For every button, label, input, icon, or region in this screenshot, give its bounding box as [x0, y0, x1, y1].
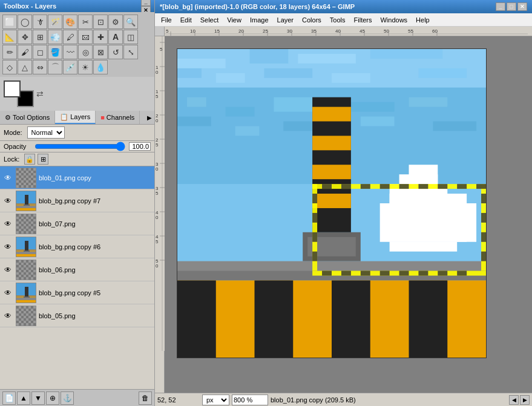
move-tool[interactable]: ✥	[18, 30, 32, 44]
color-picker-tool[interactable]: 💉	[63, 60, 77, 74]
layer-visibility-blob05[interactable]: 👁	[2, 310, 13, 321]
paintbrush-tool[interactable]: 🖌	[18, 45, 32, 59]
scissors-tool[interactable]: ✂	[78, 15, 93, 29]
menu-layer[interactable]: Layer	[274, 14, 298, 26]
layer-item-blobbg-copy5[interactable]: 👁 blob_bg.png copy #5	[0, 281, 154, 304]
svg-rect-85	[418, 68, 467, 78]
raise-layer-button[interactable]: ▲	[17, 391, 30, 405]
tab-channels[interactable]: ■ Channels	[96, 111, 140, 124]
svg-rect-102	[332, 281, 370, 358]
tab-tool-options[interactable]: ⚙ Tool Options	[0, 111, 55, 124]
layer-item-blob06[interactable]: 👁 blob_06.png	[0, 258, 154, 281]
menu-image[interactable]: Image	[246, 14, 272, 26]
svg-text:5: 5	[156, 239, 159, 244]
menu-file[interactable]: File	[157, 14, 176, 26]
svg-rect-127	[438, 184, 447, 189]
unit-selector[interactable]: px in mm	[202, 395, 229, 405]
svg-rect-124	[380, 184, 390, 189]
foreground-color-swatch[interactable]	[4, 80, 21, 97]
anchor-layer-button[interactable]: ⚓	[61, 391, 74, 405]
svg-rect-4	[16, 208, 36, 211]
water-tool[interactable]: 💧	[93, 60, 108, 74]
layer-thumb-blob06	[16, 260, 36, 280]
text-tool[interactable]: A	[108, 30, 123, 44]
lower-layer-button[interactable]: ▼	[31, 391, 45, 405]
layer-item-blob05[interactable]: 👁 blob_05.png	[0, 304, 154, 327]
shear-tool[interactable]: ◇	[2, 60, 17, 74]
layer-item-blob01-copy[interactable]: 👁 blob_01.png copy	[0, 166, 154, 189]
scale-tool[interactable]: ⤡	[123, 45, 138, 59]
opacity-value-input[interactable]	[129, 142, 151, 151]
heal-tool[interactable]: ✚	[93, 30, 108, 44]
zoom-input[interactable]	[232, 395, 268, 405]
layers-panel-icon: 📋	[60, 113, 68, 121]
layer-visibility-blobbg5[interactable]: 👁	[2, 287, 13, 298]
lock-position-button[interactable]: ⊞	[38, 154, 48, 165]
gimp-maximize-button[interactable]: □	[507, 2, 516, 11]
scroll-right-button[interactable]: ▶	[520, 395, 530, 405]
menu-windows[interactable]: Windows	[376, 14, 411, 26]
panel-arrow-button[interactable]: ▶	[145, 113, 154, 122]
duplicate-layer-button[interactable]: ⊕	[46, 391, 59, 405]
toolbox-minimize-button[interactable]: _	[141, 0, 151, 6]
menu-edit[interactable]: Edit	[177, 14, 195, 26]
dodge-tool[interactable]: ☀	[78, 60, 93, 74]
layer-visibility-blob01-copy[interactable]: 👁	[2, 172, 13, 183]
pencil-tool[interactable]: ✏	[2, 45, 17, 59]
ink-tool[interactable]: 🖊	[63, 30, 77, 44]
layer-name-blobbg7: blob_bg.png copy #7	[39, 197, 152, 205]
menu-filters[interactable]: Filters	[350, 14, 376, 26]
smudge-tool[interactable]: 〰	[63, 45, 77, 59]
layer-visibility-blob06[interactable]: 👁	[2, 264, 13, 275]
clone-tool[interactable]: 🖂	[78, 30, 93, 44]
airbrush-tool[interactable]: 💨	[48, 30, 62, 44]
fuzzy-select-tool[interactable]: 🪄	[48, 15, 62, 29]
by-color-tool[interactable]: 🎨	[63, 15, 77, 29]
layer-item-blob07[interactable]: 👁 blob_07.png	[0, 212, 154, 235]
path-tool[interactable]: ⌒	[48, 60, 62, 74]
flip-tool[interactable]: ⇔	[33, 60, 47, 74]
layer-item-blobbg-copy6[interactable]: 👁 blob_bg.png copy #6	[0, 235, 154, 258]
gimp-minimize-button[interactable]: _	[496, 2, 505, 11]
zoom-tool[interactable]: 🔍	[123, 15, 138, 29]
layer-visibility-blob07[interactable]: 👁	[2, 218, 13, 229]
blend-tool[interactable]: ◫	[123, 30, 138, 44]
measure-tool[interactable]: 📐	[2, 30, 17, 44]
menu-colors[interactable]: Colors	[298, 14, 325, 26]
fg-select-tool[interactable]: ⊡	[93, 15, 108, 29]
free-select-tool[interactable]: 🗡	[33, 15, 47, 29]
canvas-scroll-area[interactable]	[165, 36, 532, 393]
svg-text:0: 0	[156, 215, 159, 220]
svg-rect-131	[341, 271, 351, 276]
svg-rect-14	[16, 300, 36, 303]
menu-help[interactable]: Help	[412, 14, 433, 26]
new-layer-button[interactable]: 📄	[2, 391, 16, 405]
tab-layers[interactable]: 📋 Layers	[55, 111, 96, 124]
svg-rect-135	[418, 271, 428, 276]
layer-visibility-blobbg7[interactable]: 👁	[2, 195, 13, 206]
delete-layer-button[interactable]: 🗑	[139, 391, 152, 405]
bucket-fill-tool[interactable]: 🪣	[48, 45, 62, 59]
layer-item-blobbg-copy7[interactable]: 👁 blob_bg.png copy #7	[0, 189, 154, 212]
convolve-tool[interactable]: ◎	[78, 45, 93, 59]
menu-view[interactable]: View	[223, 14, 245, 26]
rect-select-tool[interactable]: ⬜	[2, 15, 17, 29]
perspective-tool[interactable]: △	[18, 60, 32, 74]
iscissors-tool[interactable]: ⚙	[108, 15, 123, 29]
layer-visibility-blobbg6[interactable]: 👁	[2, 241, 13, 252]
align-tool[interactable]: ⊞	[33, 30, 47, 44]
gimp-close-button[interactable]: ✕	[517, 2, 527, 11]
mode-select[interactable]: Normal	[27, 126, 65, 139]
eraser-tool[interactable]: ◻	[33, 45, 47, 59]
swap-colors-icon[interactable]: ⇄	[36, 89, 44, 99]
opacity-slider[interactable]	[34, 142, 125, 151]
lock-alpha-button[interactable]: 🔒	[24, 154, 35, 165]
crop-tool[interactable]: ⊠	[93, 45, 108, 59]
layer-name-blob06: blob_06.png	[39, 266, 152, 273]
svg-rect-143	[481, 213, 486, 223]
menu-tools[interactable]: Tools	[326, 14, 349, 26]
rotate-tool[interactable]: ↺	[108, 45, 123, 59]
ellipse-select-tool[interactable]: ◯	[18, 15, 32, 29]
scroll-left-button[interactable]: ◀	[509, 395, 519, 405]
menu-select[interactable]: Select	[197, 14, 223, 26]
